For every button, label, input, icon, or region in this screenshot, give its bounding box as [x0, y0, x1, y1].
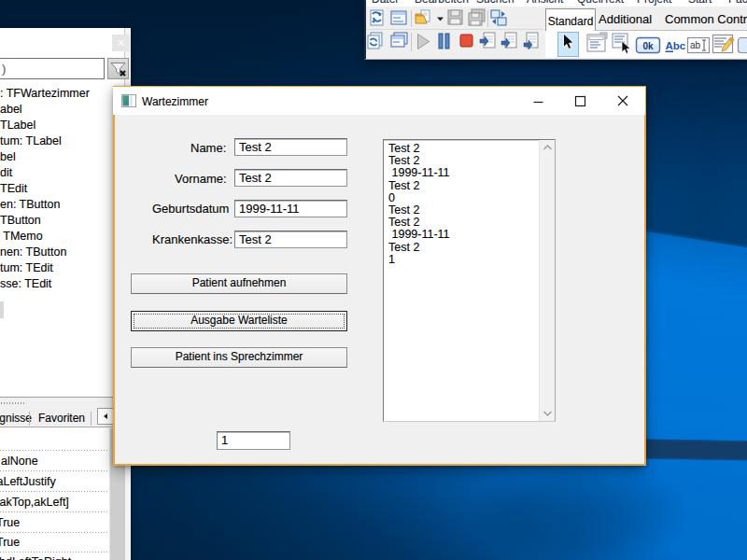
svg-text:Abc: Abc: [666, 40, 686, 51]
svg-text:0k: 0k: [642, 41, 654, 51]
svg-text:ab: ab: [690, 40, 701, 50]
